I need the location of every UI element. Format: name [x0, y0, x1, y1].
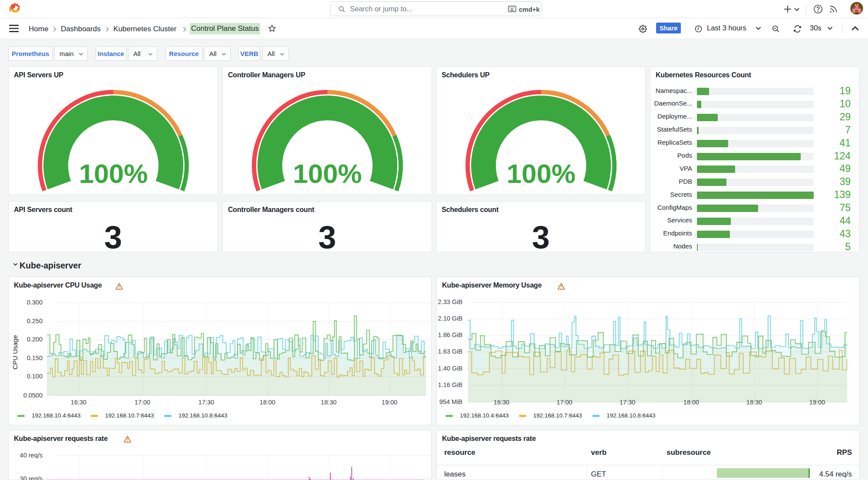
svg-text:100%: 100% — [79, 159, 148, 189]
svg-text:100%: 100% — [293, 159, 362, 189]
svg-text:100%: 100% — [507, 159, 576, 189]
